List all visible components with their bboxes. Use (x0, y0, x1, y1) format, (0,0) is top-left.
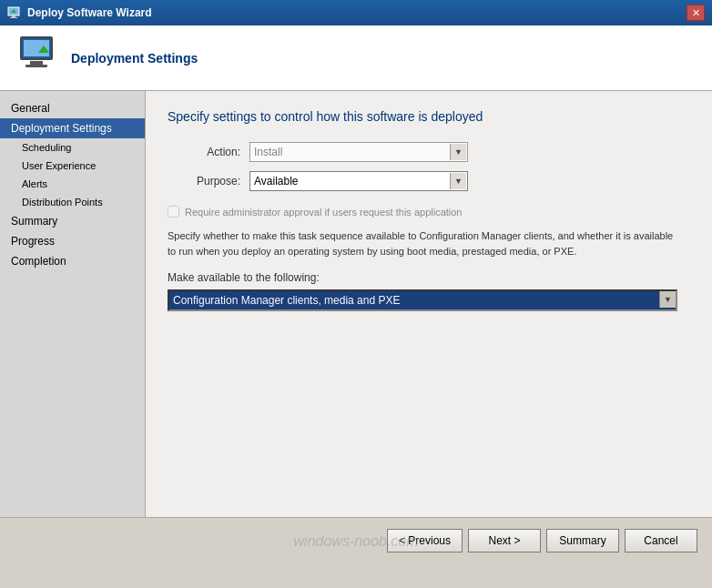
sidebar-item-general[interactable]: General (0, 98, 145, 118)
cancel-button[interactable]: Cancel (625, 529, 697, 553)
purpose-row: Purpose: Available Required ▼ (168, 171, 690, 191)
wizard-header: Deployment Settings (0, 25, 712, 91)
svg-rect-1 (12, 15, 15, 17)
sidebar-item-deployment-settings[interactable]: Deployment Settings (0, 118, 145, 138)
sidebar: General Deployment Settings Scheduling U… (0, 91, 146, 517)
content-area: Specify settings to control how this sof… (146, 91, 712, 517)
action-select-wrapper: Install ▼ (249, 142, 468, 162)
make-available-label: Make available to the following: (168, 271, 690, 284)
sidebar-item-distribution-points[interactable]: Distribution Points (0, 193, 145, 211)
previous-button[interactable]: < Previous (387, 529, 463, 553)
title-bar: Deploy Software Wizard ✕ (0, 0, 712, 25)
action-row: Action: Install ▼ (168, 142, 690, 162)
close-button[interactable]: ✕ (687, 5, 705, 21)
make-available-select[interactable]: Configuration Manager clients, media and… (168, 289, 677, 311)
title-bar-icon (7, 5, 22, 20)
approval-checkbox[interactable] (168, 206, 179, 218)
next-button[interactable]: Next > (468, 529, 541, 553)
header-icon (15, 36, 58, 80)
sidebar-item-user-experience[interactable]: User Experience (0, 157, 145, 175)
purpose-select-wrapper: Available Required ▼ (249, 171, 468, 191)
title-bar-title: Deploy Software Wizard (27, 6, 687, 19)
wizard-body: General Deployment Settings Scheduling U… (0, 91, 712, 517)
sidebar-item-alerts[interactable]: Alerts (0, 175, 145, 193)
make-available-dropdown-wrapper: Configuration Manager clients, media and… (168, 289, 677, 311)
sidebar-item-scheduling[interactable]: Scheduling (0, 138, 145, 157)
sidebar-item-progress[interactable]: Progress (0, 231, 145, 251)
wizard-footer: windows-noob.com < Previous Next > Summa… (0, 517, 712, 563)
description-text: Specify whether to make this task sequen… (168, 228, 677, 259)
purpose-label: Purpose: (168, 175, 240, 188)
summary-button[interactable]: Summary (546, 529, 619, 553)
content-heading: Specify settings to control how this sof… (168, 109, 690, 124)
approval-checkbox-row: Require administrator approval if users … (168, 206, 690, 218)
svg-rect-2 (10, 17, 17, 18)
sidebar-item-summary[interactable]: Summary (0, 211, 145, 231)
sidebar-item-completion[interactable]: Completion (0, 251, 145, 271)
action-select[interactable]: Install (249, 142, 468, 162)
page-title: Deployment Settings (71, 51, 198, 66)
purpose-select[interactable]: Available Required (249, 171, 468, 191)
approval-checkbox-label: Require administrator approval if users … (185, 207, 463, 218)
action-label: Action: (168, 146, 240, 158)
